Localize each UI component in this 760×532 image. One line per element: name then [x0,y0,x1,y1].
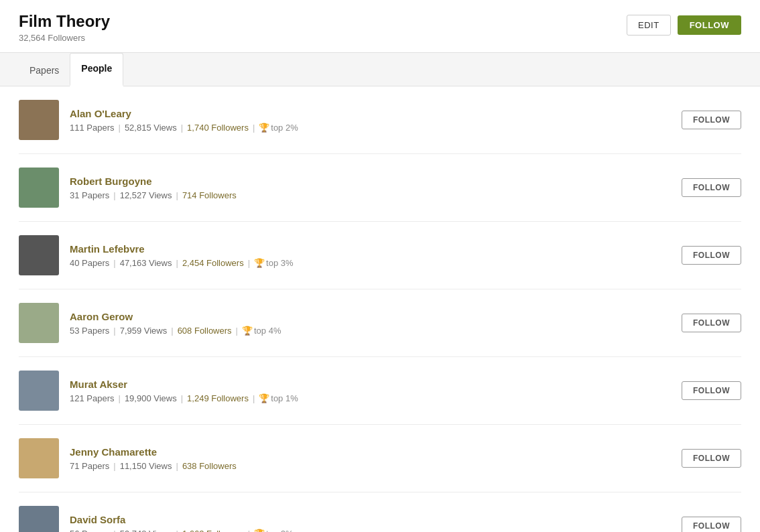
stat-views: 7,959 Views [120,326,168,336]
stat-views: 52,815 Views [125,123,177,133]
followers-count: 32,564 Followers [19,33,110,43]
stat-views: 47,163 Views [120,258,172,268]
trophy-icon: 🏆 [242,326,253,336]
avatar [19,371,59,411]
stat-sep: | [176,529,178,533]
stat-sep: | [248,529,250,533]
list-item: Murat Akser 121 Papers | 19,900 Views | … [19,357,741,425]
tab-people[interactable]: People [70,53,123,86]
follow-person-button[interactable]: FOLLOW [682,111,741,129]
person-stats: 56 Papers | 59,748 Views | 1,662 Followe… [70,529,294,533]
person-stats: 121 Papers | 19,900 Views | 1,249 Follow… [70,393,298,403]
stat-sep: | [113,190,115,200]
follow-main-button[interactable]: FOLLOW [678,15,741,35]
stat-papers: 40 Papers [70,258,109,268]
stat-views: 19,900 Views [125,393,177,403]
stat-papers: 121 Papers [70,393,115,403]
person-info: Murat Akser 121 Papers | 19,900 Views | … [70,379,298,403]
stat-sep: | [113,529,115,533]
stat-followers: 714 Followers [182,190,237,200]
stat-followers: 638 Followers [182,461,237,471]
tab-bar: Papers People [0,53,760,86]
stat-sep: | [236,326,238,336]
person-name[interactable]: Murat Akser [70,379,298,390]
trophy-icon: 🏆 [254,529,265,533]
list-item: Alan O'Leary 111 Papers | 52,815 Views |… [19,86,741,154]
stat-views: 11,150 Views [120,461,172,471]
stat-sep: | [119,393,121,403]
person-left: Robert Burgoyne 31 Papers | 12,527 Views… [19,168,237,208]
stat-sep: | [253,123,255,133]
stat-views: 12,527 Views [120,190,172,200]
stat-papers: 31 Papers [70,190,109,200]
follow-person-button[interactable]: FOLLOW [682,314,741,332]
person-name[interactable]: Robert Burgoyne [70,176,237,187]
stat-sep: | [113,258,115,268]
list-item: Jenny Chamarette 71 Papers | 11,150 View… [19,425,741,492]
stat-followers: 1,662 Followers [182,529,244,533]
stat-sep: | [176,258,178,268]
stat-sep: | [181,123,183,133]
list-item: Robert Burgoyne 31 Papers | 12,527 Views… [19,154,741,222]
person-stats: 111 Papers | 52,815 Views | 1,740 Follow… [70,123,298,133]
person-info: Jenny Chamarette 71 Papers | 11,150 View… [70,446,237,471]
list-item: Martin Lefebvre 40 Papers | 47,163 Views… [19,222,741,289]
stat-papers: 53 Papers [70,326,109,336]
list-item: David Sorfa 56 Papers | 59,748 Views | 1… [19,492,741,532]
header-left: Film Theory 32,564 Followers [19,12,110,43]
follow-person-button[interactable]: FOLLOW [682,178,741,197]
stat-followers: 2,454 Followers [182,258,244,268]
person-left: Alan O'Leary 111 Papers | 52,815 Views |… [19,100,298,140]
stat-sep: | [113,461,115,471]
person-stats: 40 Papers | 47,163 Views | 2,454 Followe… [70,258,294,268]
edit-button[interactable]: EDIT [627,15,671,36]
stat-sep: | [176,190,178,200]
tab-papers[interactable]: Papers [19,56,70,86]
follow-person-button[interactable]: FOLLOW [682,517,741,532]
stat-sep: | [248,258,250,268]
follow-person-button[interactable]: FOLLOW [682,381,741,400]
stat-papers: 56 Papers [70,529,109,533]
avatar [19,438,59,478]
stat-sep: | [171,326,173,336]
person-name[interactable]: Alan O'Leary [70,108,298,119]
stat-top: 🏆top 2% [254,529,293,533]
person-name[interactable]: Aaron Gerow [70,311,281,322]
stat-views: 59,748 Views [120,529,172,533]
trophy-icon: 🏆 [259,393,269,403]
stat-top: 🏆top 3% [254,258,293,268]
stat-top: 🏆top 2% [259,123,298,133]
person-info: David Sorfa 56 Papers | 59,748 Views | 1… [70,514,294,533]
page-title: Film Theory [19,12,110,31]
stat-top: 🏆top 4% [242,326,281,336]
list-item: Aaron Gerow 53 Papers | 7,959 Views | 60… [19,289,741,357]
people-list: Alan O'Leary 111 Papers | 52,815 Views |… [0,86,760,532]
stat-followers: 1,740 Followers [187,123,249,133]
person-stats: 53 Papers | 7,959 Views | 608 Followers … [70,326,281,336]
person-stats: 71 Papers | 11,150 Views | 638 Followers [70,461,237,471]
stat-papers: 111 Papers [70,123,115,133]
avatar [19,168,59,208]
stat-followers: 608 Followers [178,326,232,336]
person-name[interactable]: David Sorfa [70,514,294,525]
stat-sep: | [176,461,178,471]
avatar [19,235,59,275]
stat-sep: | [113,326,115,336]
trophy-icon: 🏆 [254,258,265,268]
person-name[interactable]: Martin Lefebvre [70,243,294,255]
stat-top: 🏆top 1% [259,393,298,403]
stat-sep: | [181,393,183,403]
follow-person-button[interactable]: FOLLOW [682,449,741,468]
person-left: Murat Akser 121 Papers | 19,900 Views | … [19,371,298,411]
stat-sep: | [253,393,255,403]
stat-papers: 71 Papers [70,461,109,471]
trophy-icon: 🏆 [259,123,269,133]
avatar [19,100,59,140]
person-left: Jenny Chamarette 71 Papers | 11,150 View… [19,438,237,478]
person-stats: 31 Papers | 12,527 Views | 714 Followers [70,190,237,200]
person-left: Martin Lefebvre 40 Papers | 47,163 Views… [19,235,294,275]
person-name[interactable]: Jenny Chamarette [70,446,237,458]
person-info: Robert Burgoyne 31 Papers | 12,527 Views… [70,176,237,200]
follow-person-button[interactable]: FOLLOW [682,246,741,265]
person-left: Aaron Gerow 53 Papers | 7,959 Views | 60… [19,303,281,343]
